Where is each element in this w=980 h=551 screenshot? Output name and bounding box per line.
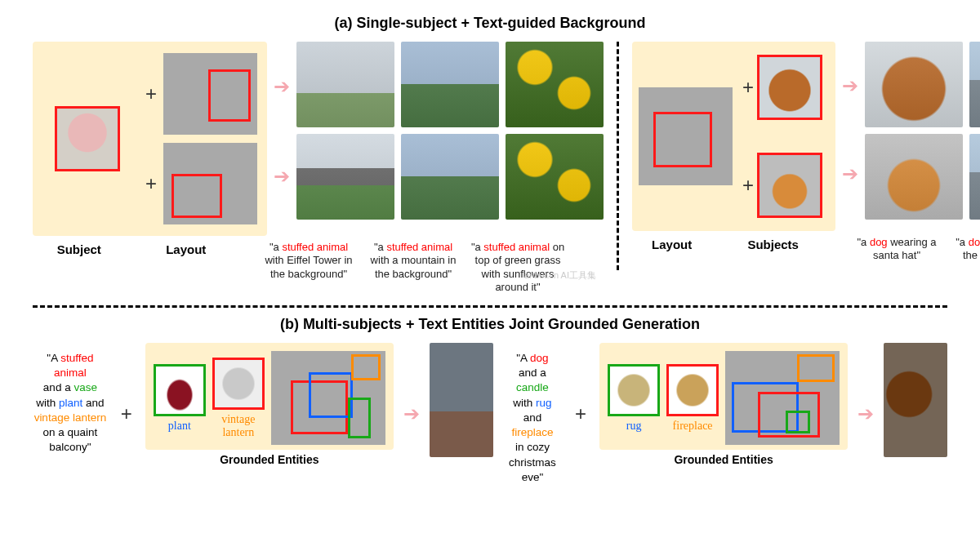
entity-image-stuffed bbox=[212, 358, 265, 410]
prompt-left: "A stuffed animal and a vase with plant … bbox=[33, 343, 108, 455]
bbox-blue bbox=[309, 372, 353, 418]
subjects-label: Subjects bbox=[747, 238, 799, 263]
entity-image-dog bbox=[666, 364, 719, 416]
layout-bbox bbox=[653, 112, 712, 167]
section-b-title: (b) Multi-subjects + Text Entities Joint… bbox=[33, 316, 947, 333]
subject-image-corgi bbox=[757, 153, 822, 218]
entity-image-rug bbox=[608, 364, 660, 416]
entities-panel-left: plant vintage lantern bbox=[145, 343, 394, 450]
arrow-icon: ➔ bbox=[840, 74, 860, 97]
figure-root: (a) Single-subject + Text-guided Backgro… bbox=[0, 0, 980, 551]
result-image bbox=[969, 42, 980, 127]
plus-icon: + bbox=[739, 76, 757, 99]
result-image bbox=[296, 134, 394, 220]
caption: "a dog with a city in the background" bbox=[952, 236, 980, 263]
layout-label: Layout bbox=[652, 238, 692, 263]
prompt-right: "A dog and a candle with rug and firepla… bbox=[503, 343, 562, 485]
section-a: + + ➔ bbox=[33, 42, 947, 294]
bbox-green bbox=[786, 411, 810, 433]
bbox-orange bbox=[351, 354, 381, 380]
entities-left-wrapper: plant vintage lantern Grounded Entities bbox=[145, 343, 394, 466]
caption: "a stuffed animal with Eiffel Tower in t… bbox=[260, 241, 358, 294]
arrow-icon: ➔ bbox=[272, 75, 292, 98]
layout-box-2 bbox=[163, 143, 257, 224]
right-input-panel: + + bbox=[632, 42, 835, 231]
result-image bbox=[865, 42, 963, 127]
result-image-right bbox=[884, 343, 947, 457]
plus-icon: + bbox=[572, 402, 590, 425]
layout-bbox bbox=[172, 174, 222, 218]
layout-multi-right bbox=[725, 351, 840, 445]
result-image bbox=[506, 42, 604, 127]
layout-column: + + bbox=[137, 47, 262, 231]
caption-row-left: "a stuffed animal with Eiffel Tower in t… bbox=[260, 241, 567, 294]
plus-icon: + bbox=[118, 402, 136, 425]
arrow-icon: ➔ bbox=[272, 165, 292, 188]
bbox-orange bbox=[797, 354, 835, 382]
caption-row-right: "a dog wearing a santa hat" "a dog with … bbox=[848, 236, 980, 263]
section-a-title: (a) Single-subject + Text-guided Backgro… bbox=[33, 15, 947, 32]
layout-multi-left bbox=[271, 351, 385, 445]
entity-image-vase bbox=[154, 364, 206, 416]
result-image-left bbox=[430, 343, 493, 457]
result-image bbox=[401, 42, 499, 127]
section-b: "A stuffed animal and a vase with plant … bbox=[33, 343, 947, 485]
subject-image-sloth bbox=[55, 106, 120, 171]
subjects-column: + + bbox=[733, 48, 829, 224]
layout-box-right bbox=[639, 87, 733, 185]
plus-icon: + bbox=[142, 172, 160, 195]
result-image bbox=[401, 134, 499, 220]
section-a-left: + + ➔ bbox=[33, 42, 604, 294]
entities-right-wrapper: rug fireplace Grounded Entities bbox=[599, 343, 848, 466]
entities-panel-right: rug fireplace bbox=[599, 343, 848, 450]
bbox-green bbox=[348, 398, 371, 438]
subject-image-chow bbox=[757, 55, 822, 120]
plus-icon: + bbox=[142, 82, 160, 105]
subject-column bbox=[38, 47, 137, 231]
layout-bbox bbox=[208, 69, 251, 122]
result-image bbox=[506, 134, 604, 220]
entity-label: vintage lantern bbox=[212, 413, 265, 438]
result-image bbox=[865, 134, 963, 220]
left-input-panel: + + bbox=[33, 42, 267, 236]
grounded-entities-label: Grounded Entities bbox=[145, 453, 394, 466]
entity-label: plant bbox=[168, 420, 191, 433]
entity-label: fireplace bbox=[673, 420, 713, 433]
arrow-icon: ➔ bbox=[840, 162, 860, 185]
plus-icon: + bbox=[739, 174, 757, 197]
horizontal-divider bbox=[33, 305, 947, 308]
caption: "a dog wearing a santa hat" bbox=[848, 236, 946, 263]
result-image bbox=[296, 42, 394, 127]
caption: "a stuffed animal with a mountain in the… bbox=[364, 241, 462, 294]
layout-label: Layout bbox=[166, 242, 206, 294]
left-results bbox=[296, 42, 604, 220]
arrow-icon: ➔ bbox=[403, 402, 420, 425]
result-image bbox=[969, 134, 980, 220]
section-a-right: + + ➔ ➔ bbox=[632, 42, 980, 294]
caption: "a stuffed animal on top of green grass … bbox=[469, 241, 567, 294]
grounded-entities-label: Grounded Entities bbox=[599, 453, 848, 466]
entity-label: rug bbox=[626, 420, 642, 433]
subject-label: Subject bbox=[57, 242, 101, 294]
arrow-icon: ➔ bbox=[858, 402, 874, 425]
right-results bbox=[865, 42, 980, 220]
vertical-divider bbox=[617, 42, 619, 270]
layout-box-1 bbox=[163, 53, 257, 135]
